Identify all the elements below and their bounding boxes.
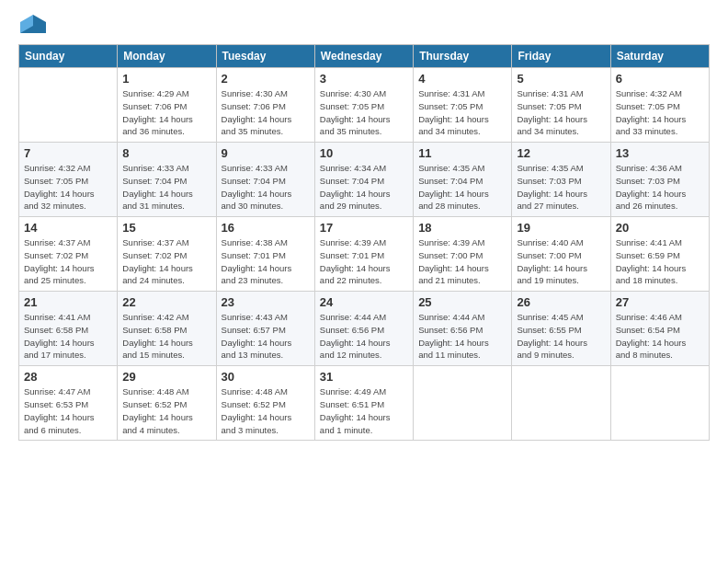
day-number: 22 (122, 295, 210, 309)
day-number: 1 (122, 72, 210, 86)
calendar-week-2: 7Sunrise: 4:32 AM Sunset: 7:05 PM Daylig… (19, 143, 710, 217)
day-number: 5 (517, 72, 605, 86)
day-number: 21 (24, 295, 112, 309)
calendar-cell: 5Sunrise: 4:31 AM Sunset: 7:05 PM Daylig… (512, 68, 610, 143)
day-info: Sunrise: 4:34 AM Sunset: 7:04 PM Dayligh… (320, 162, 408, 213)
day-info: Sunrise: 4:41 AM Sunset: 6:58 PM Dayligh… (24, 311, 112, 362)
calendar-cell: 19Sunrise: 4:40 AM Sunset: 7:00 PM Dayli… (512, 217, 610, 292)
day-info: Sunrise: 4:46 AM Sunset: 6:54 PM Dayligh… (616, 311, 704, 362)
calendar-cell (610, 366, 709, 441)
day-info: Sunrise: 4:41 AM Sunset: 6:59 PM Dayligh… (616, 236, 704, 287)
calendar-cell: 23Sunrise: 4:43 AM Sunset: 6:57 PM Dayli… (216, 292, 314, 366)
day-info: Sunrise: 4:37 AM Sunset: 7:02 PM Dayligh… (122, 236, 210, 287)
day-info: Sunrise: 4:45 AM Sunset: 6:55 PM Dayligh… (517, 311, 605, 362)
day-number: 26 (517, 295, 605, 309)
calendar-cell: 6Sunrise: 4:32 AM Sunset: 7:05 PM Daylig… (610, 68, 709, 143)
day-info: Sunrise: 4:32 AM Sunset: 7:05 PM Dayligh… (616, 87, 704, 138)
day-info: Sunrise: 4:44 AM Sunset: 6:56 PM Dayligh… (320, 311, 408, 362)
day-info: Sunrise: 4:29 AM Sunset: 7:06 PM Dayligh… (122, 87, 210, 138)
day-number: 27 (616, 295, 704, 309)
day-info: Sunrise: 4:31 AM Sunset: 7:05 PM Dayligh… (418, 87, 506, 138)
calendar-cell (512, 366, 610, 441)
calendar-header-saturday: Saturday (610, 45, 709, 68)
day-number: 8 (122, 146, 210, 160)
day-info: Sunrise: 4:37 AM Sunset: 7:02 PM Dayligh… (24, 236, 112, 287)
day-number: 16 (222, 221, 310, 235)
page-header (18, 15, 710, 33)
calendar-week-4: 21Sunrise: 4:41 AM Sunset: 6:58 PM Dayli… (19, 292, 710, 366)
calendar-cell: 30Sunrise: 4:48 AM Sunset: 6:52 PM Dayli… (216, 366, 314, 441)
day-info: Sunrise: 4:36 AM Sunset: 7:03 PM Dayligh… (616, 162, 704, 213)
calendar-cell: 18Sunrise: 4:39 AM Sunset: 7:00 PM Dayli… (414, 217, 512, 292)
day-number: 20 (616, 221, 704, 235)
calendar-cell: 1Sunrise: 4:29 AM Sunset: 7:06 PM Daylig… (118, 68, 216, 143)
calendar-header-wednesday: Wednesday (314, 45, 413, 68)
day-info: Sunrise: 4:43 AM Sunset: 6:57 PM Dayligh… (222, 311, 310, 362)
day-info: Sunrise: 4:30 AM Sunset: 7:06 PM Dayligh… (222, 87, 310, 138)
calendar-cell: 7Sunrise: 4:32 AM Sunset: 7:05 PM Daylig… (19, 143, 118, 217)
calendar-cell: 8Sunrise: 4:33 AM Sunset: 7:04 PM Daylig… (118, 143, 216, 217)
calendar-cell: 21Sunrise: 4:41 AM Sunset: 6:58 PM Dayli… (19, 292, 118, 366)
day-number: 10 (320, 146, 408, 160)
day-info: Sunrise: 4:42 AM Sunset: 6:58 PM Dayligh… (122, 311, 210, 362)
day-number: 24 (320, 295, 408, 309)
day-number: 9 (222, 146, 310, 160)
calendar-cell: 29Sunrise: 4:48 AM Sunset: 6:52 PM Dayli… (118, 366, 216, 441)
day-info: Sunrise: 4:39 AM Sunset: 7:00 PM Dayligh… (418, 236, 506, 287)
day-number: 12 (517, 146, 605, 160)
day-number: 25 (418, 295, 506, 309)
day-number: 11 (418, 146, 506, 160)
calendar-cell: 24Sunrise: 4:44 AM Sunset: 6:56 PM Dayli… (314, 292, 413, 366)
calendar-table: SundayMondayTuesdayWednesdayThursdayFrid… (18, 44, 710, 441)
day-info: Sunrise: 4:33 AM Sunset: 7:04 PM Dayligh… (122, 162, 210, 213)
day-info: Sunrise: 4:44 AM Sunset: 6:56 PM Dayligh… (418, 311, 506, 362)
day-number: 13 (616, 146, 704, 160)
day-number: 17 (320, 221, 408, 235)
calendar-cell: 2Sunrise: 4:30 AM Sunset: 7:06 PM Daylig… (216, 68, 314, 143)
day-number: 7 (24, 146, 112, 160)
day-number: 2 (222, 72, 310, 86)
calendar-header-sunday: Sunday (19, 45, 118, 68)
day-info: Sunrise: 4:31 AM Sunset: 7:05 PM Dayligh… (517, 87, 605, 138)
day-number: 28 (24, 370, 112, 384)
day-number: 30 (222, 370, 310, 384)
calendar-cell: 12Sunrise: 4:35 AM Sunset: 7:03 PM Dayli… (512, 143, 610, 217)
day-info: Sunrise: 4:48 AM Sunset: 6:52 PM Dayligh… (122, 385, 210, 436)
calendar-cell: 4Sunrise: 4:31 AM Sunset: 7:05 PM Daylig… (414, 68, 512, 143)
day-info: Sunrise: 4:30 AM Sunset: 7:05 PM Dayligh… (320, 87, 408, 138)
calendar-cell (414, 366, 512, 441)
logo-icon (20, 15, 46, 33)
day-info: Sunrise: 4:47 AM Sunset: 6:53 PM Dayligh… (24, 385, 112, 436)
day-info: Sunrise: 4:35 AM Sunset: 7:03 PM Dayligh… (517, 162, 605, 213)
calendar-cell: 26Sunrise: 4:45 AM Sunset: 6:55 PM Dayli… (512, 292, 610, 366)
day-number: 29 (122, 370, 210, 384)
day-info: Sunrise: 4:32 AM Sunset: 7:05 PM Dayligh… (24, 162, 112, 213)
logo (18, 15, 46, 33)
calendar-cell: 11Sunrise: 4:35 AM Sunset: 7:04 PM Dayli… (414, 143, 512, 217)
calendar-cell: 9Sunrise: 4:33 AM Sunset: 7:04 PM Daylig… (216, 143, 314, 217)
calendar-cell: 25Sunrise: 4:44 AM Sunset: 6:56 PM Dayli… (414, 292, 512, 366)
calendar-cell: 14Sunrise: 4:37 AM Sunset: 7:02 PM Dayli… (19, 217, 118, 292)
calendar-week-5: 28Sunrise: 4:47 AM Sunset: 6:53 PM Dayli… (19, 366, 710, 441)
calendar-header-row: SundayMondayTuesdayWednesdayThursdayFrid… (19, 45, 710, 68)
calendar-week-3: 14Sunrise: 4:37 AM Sunset: 7:02 PM Dayli… (19, 217, 710, 292)
calendar-cell: 10Sunrise: 4:34 AM Sunset: 7:04 PM Dayli… (314, 143, 413, 217)
calendar-cell: 22Sunrise: 4:42 AM Sunset: 6:58 PM Dayli… (118, 292, 216, 366)
calendar-cell: 16Sunrise: 4:38 AM Sunset: 7:01 PM Dayli… (216, 217, 314, 292)
calendar-cell: 31Sunrise: 4:49 AM Sunset: 6:51 PM Dayli… (314, 366, 413, 441)
day-number: 14 (24, 221, 112, 235)
day-info: Sunrise: 4:35 AM Sunset: 7:04 PM Dayligh… (418, 162, 506, 213)
day-number: 18 (418, 221, 506, 235)
day-info: Sunrise: 4:40 AM Sunset: 7:00 PM Dayligh… (517, 236, 605, 287)
calendar-cell: 3Sunrise: 4:30 AM Sunset: 7:05 PM Daylig… (314, 68, 413, 143)
day-info: Sunrise: 4:38 AM Sunset: 7:01 PM Dayligh… (222, 236, 310, 287)
day-number: 4 (418, 72, 506, 86)
calendar-header-tuesday: Tuesday (216, 45, 314, 68)
calendar-header-friday: Friday (512, 45, 610, 68)
day-info: Sunrise: 4:39 AM Sunset: 7:01 PM Dayligh… (320, 236, 408, 287)
day-number: 6 (616, 72, 704, 86)
calendar-header-monday: Monday (118, 45, 216, 68)
day-number: 31 (320, 370, 408, 384)
calendar-cell: 28Sunrise: 4:47 AM Sunset: 6:53 PM Dayli… (19, 366, 118, 441)
calendar-cell: 13Sunrise: 4:36 AM Sunset: 7:03 PM Dayli… (610, 143, 709, 217)
